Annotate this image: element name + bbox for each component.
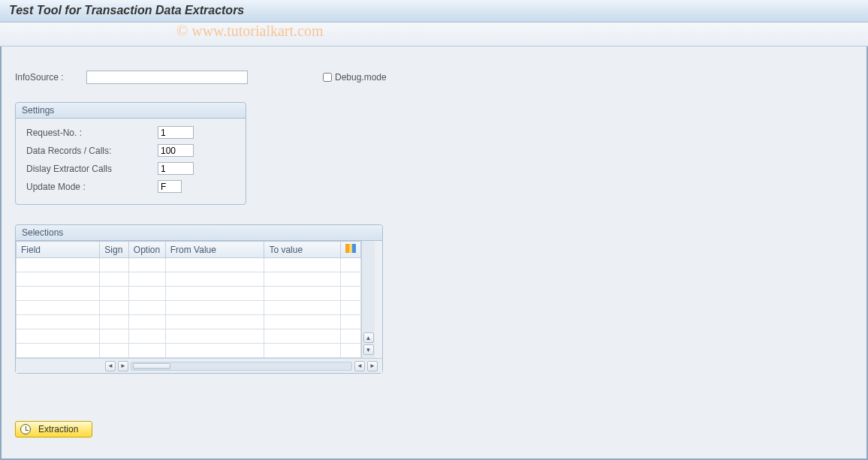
data-records-input[interactable]: [158, 144, 194, 157]
setting-row: Dislay Extractor Calls: [26, 161, 235, 176]
infosource-input[interactable]: [86, 71, 248, 84]
scroll-left2-icon[interactable]: ◄: [354, 361, 365, 371]
request-no-input[interactable]: [158, 126, 194, 139]
data-records-label: Data Records / Calls:: [26, 146, 158, 156]
col-head-field[interactable]: Field: [17, 242, 100, 258]
update-mode-input[interactable]: [158, 180, 182, 193]
infosource-label: InfoSource :: [15, 72, 86, 83]
selections-title: Selections: [16, 225, 382, 241]
setting-row: Data Records / Calls:: [26, 143, 235, 158]
top-row: InfoSource : Debug.mode: [15, 71, 853, 84]
scroll-right-icon[interactable]: ►: [118, 361, 128, 371]
setting-row: Request-No. :: [26, 125, 235, 140]
selections-body: Field Sign Option From Value To value: [16, 241, 382, 373]
debug-mode-wrap[interactable]: Debug.mode: [323, 72, 387, 83]
hscroll-thumb[interactable]: [133, 363, 170, 369]
table-config-icon[interactable]: [345, 244, 356, 253]
horizontal-scrollbar[interactable]: ◄ ► ◄ ►: [16, 358, 382, 373]
content-area: InfoSource : Debug.mode Settings Request…: [0, 47, 868, 460]
extraction-button-label: Extraction: [38, 424, 78, 434]
vertical-scrollbar[interactable]: ▲ ▼: [361, 241, 375, 358]
col-head-to[interactable]: To value: [264, 242, 340, 258]
settings-body: Request-No. : Data Records / Calls: Disl…: [16, 119, 246, 204]
debug-mode-checkbox[interactable]: [323, 73, 332, 82]
scroll-up-icon[interactable]: ▲: [363, 332, 374, 343]
table-row: [17, 315, 361, 329]
display-extractor-input[interactable]: [158, 162, 194, 175]
toolbar-strip: [0, 23, 868, 47]
selections-table: Field Sign Option From Value To value: [16, 241, 361, 358]
clock-icon: [20, 424, 31, 434]
table-row: [17, 287, 361, 301]
table-row: [17, 301, 361, 315]
extraction-button[interactable]: Extraction: [15, 421, 92, 437]
scroll-left-icon[interactable]: ◄: [105, 361, 116, 371]
hscroll-track[interactable]: [131, 362, 352, 371]
settings-groupbox: Settings Request-No. : Data Records / Ca…: [15, 102, 246, 205]
scroll-down-icon[interactable]: ▼: [363, 344, 374, 355]
col-head-sign[interactable]: Sign: [100, 242, 128, 258]
table-row: [17, 258, 361, 272]
col-head-option[interactable]: Option: [128, 242, 165, 258]
request-no-label: Request-No. :: [26, 128, 158, 138]
update-mode-label: Update Mode :: [26, 182, 158, 192]
table-row: [17, 272, 361, 287]
setting-row: Update Mode :: [26, 179, 235, 194]
selections-groupbox: Selections Field Sign Option From Value …: [15, 224, 383, 374]
table-row: [17, 344, 361, 358]
scroll-right2-icon[interactable]: ►: [367, 361, 378, 371]
display-extractor-label: Dislay Extractor Calls: [26, 164, 158, 174]
title-bar: Test Tool for Transaction Data Extractor…: [0, 0, 868, 23]
selections-tbody: [17, 258, 361, 358]
settings-title: Settings: [16, 103, 246, 119]
col-head-from[interactable]: From Value: [165, 242, 264, 258]
page-title: Test Tool for Transaction Data Extractor…: [9, 4, 859, 17]
debug-mode-label: Debug.mode: [335, 72, 387, 83]
table-row: [17, 329, 361, 344]
col-head-config[interactable]: [340, 242, 360, 258]
